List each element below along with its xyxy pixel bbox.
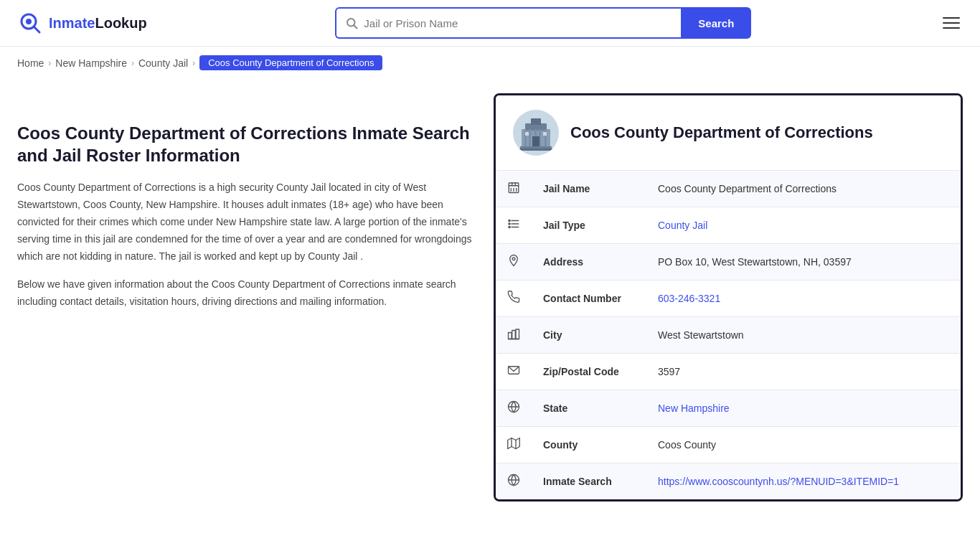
row-value-link[interactable]: County Jail	[658, 220, 707, 231]
row-label: Jail Type	[532, 207, 646, 244]
search-input[interactable]	[364, 17, 672, 29]
facility-building-icon	[518, 115, 554, 151]
search-input-wrapper	[335, 7, 681, 39]
card-header: Coos County Department of Corrections	[496, 95, 961, 170]
svg-marker-39	[508, 438, 520, 449]
table-row: Jail NameCoos County Department of Corre…	[496, 171, 961, 207]
svg-point-30	[509, 226, 510, 227]
row-value: 3597	[646, 354, 961, 390]
breadcrumb: Home › New Hampshire › County Jail › Coo…	[0, 47, 980, 79]
page-heading: Coos County Department of Corrections In…	[17, 122, 476, 166]
logo-text: InmateLookup	[49, 15, 147, 32]
row-label: Contact Number	[532, 281, 646, 317]
row-icon-cell	[496, 427, 532, 463]
hamburger-line-3	[943, 27, 960, 29]
svg-rect-33	[512, 331, 516, 339]
svg-rect-34	[516, 329, 519, 339]
table-row: Zip/Postal Code3597	[496, 354, 961, 390]
svg-point-1	[26, 19, 32, 24]
svg-rect-32	[509, 333, 512, 339]
logo[interactable]: InmateLookup	[17, 10, 147, 36]
table-row: CountyCoos County	[496, 427, 961, 463]
svg-line-2	[34, 27, 39, 32]
svg-point-28	[509, 220, 510, 221]
table-row: Contact Number603-246-3321	[496, 281, 961, 317]
svg-rect-13	[532, 136, 540, 147]
row-value[interactable]: New Hampshire	[646, 390, 961, 427]
row-value[interactable]: County Jail	[646, 207, 961, 244]
svg-point-31	[512, 258, 515, 260]
row-value[interactable]: https://www.cooscountynh.us/?MENUID=3&IT…	[646, 463, 961, 500]
info-card: Coos County Department of Corrections Ja…	[494, 93, 963, 501]
row-label: Zip/Postal Code	[532, 354, 646, 390]
table-row: Inmate Searchhttps://www.cooscountynh.us…	[496, 463, 961, 500]
row-icon-cell	[496, 171, 532, 207]
facility-avatar	[513, 110, 559, 156]
page-desc-2: Below we have given information about th…	[17, 276, 476, 311]
table-row: CityWest Stewartstown	[496, 317, 961, 354]
row-label: County	[532, 427, 646, 463]
row-value: Coos County Department of Corrections	[646, 171, 961, 207]
page-desc-1: Coos County Department of Corrections is…	[17, 179, 476, 265]
table-row: AddressPO Box 10, West Stewartstown, NH,…	[496, 244, 961, 281]
row-value-link[interactable]: 603-246-3321	[658, 293, 720, 304]
search-icon	[345, 17, 358, 29]
row-icon-cell	[496, 281, 532, 317]
row-icon-cell	[496, 390, 532, 427]
right-column: Coos County Department of Corrections Ja…	[494, 93, 963, 501]
table-row: StateNew Hampshire	[496, 390, 961, 427]
svg-rect-12	[545, 129, 547, 147]
svg-rect-15	[543, 132, 547, 136]
svg-rect-9	[529, 129, 531, 147]
svg-rect-17	[519, 149, 553, 151]
table-row: Jail TypeCounty Jail	[496, 207, 961, 244]
svg-rect-16	[520, 146, 552, 149]
breadcrumb-chevron-3: ›	[192, 58, 195, 68]
svg-line-4	[354, 26, 357, 29]
header: InmateLookup Search	[0, 0, 980, 47]
row-value: Coos County	[646, 427, 961, 463]
row-icon-cell	[496, 207, 532, 244]
search-bar: Search	[335, 7, 751, 39]
row-icon-cell	[496, 463, 532, 500]
row-value: West Stewartstown	[646, 317, 961, 354]
row-label: State	[532, 390, 646, 427]
breadcrumb-home[interactable]: Home	[17, 57, 44, 69]
svg-rect-14	[525, 132, 529, 136]
row-value-link[interactable]: https://www.cooscountynh.us/?MENUID=3&IT…	[658, 476, 899, 487]
svg-rect-7	[531, 118, 541, 125]
row-label: Jail Name	[532, 171, 646, 207]
left-column: Coos County Department of Corrections In…	[17, 93, 476, 501]
row-icon-cell	[496, 244, 532, 281]
row-label: Address	[532, 244, 646, 281]
main-content: Coos County Department of Corrections In…	[0, 79, 980, 516]
breadcrumb-state[interactable]: New Hampshire	[55, 57, 127, 69]
row-icon-cell	[496, 354, 532, 390]
breadcrumb-type[interactable]: County Jail	[138, 57, 188, 69]
breadcrumb-chevron-2: ›	[131, 58, 134, 68]
hamburger-line-1	[943, 17, 960, 19]
row-value-link[interactable]: New Hampshire	[658, 402, 730, 414]
hamburger-menu[interactable]	[940, 14, 963, 32]
row-value[interactable]: 603-246-3321	[646, 281, 961, 317]
hamburger-line-2	[943, 22, 960, 24]
breadcrumb-chevron-1: ›	[48, 58, 51, 68]
svg-rect-8	[524, 129, 527, 147]
row-label: Inmate Search	[532, 463, 646, 500]
card-title: Coos County Department of Corrections	[570, 123, 873, 142]
row-icon-cell	[496, 317, 532, 354]
breadcrumb-current: Coos County Department of Corrections	[199, 55, 382, 70]
row-value: PO Box 10, West Stewartstown, NH, 03597	[646, 244, 961, 281]
svg-point-29	[509, 223, 510, 225]
logo-icon	[17, 10, 43, 36]
search-button[interactable]: Search	[681, 7, 751, 39]
info-table: Jail NameCoos County Department of Corre…	[496, 170, 961, 499]
svg-point-3	[347, 19, 355, 27]
row-label: City	[532, 317, 646, 354]
